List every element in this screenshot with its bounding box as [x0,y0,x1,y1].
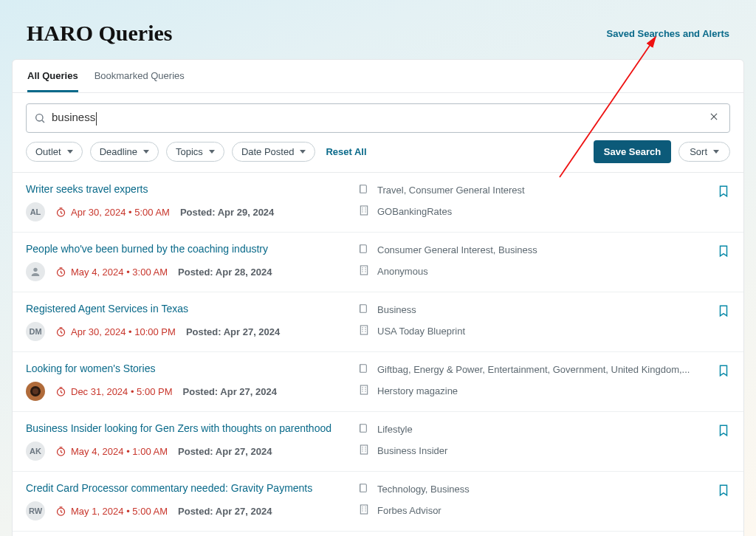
svg-rect-22 [360,266,367,275]
bookmark-button[interactable] [701,363,730,401]
svg-point-16 [33,268,37,272]
book-icon [358,303,370,317]
svg-line-19 [61,272,63,273]
book-icon [358,482,370,496]
bookmark-button[interactable] [701,303,730,341]
avatar: AK [26,441,45,461]
deadline: Apr 30, 2024 • 10:00 PM [55,326,176,337]
book-icon [358,243,370,257]
filter-outlet[interactable]: Outlet [26,142,83,162]
outlet: USA Today Blueprint [358,324,693,338]
svg-rect-34 [360,326,367,334]
query-title-link[interactable]: Registered Agent Services in Texas [26,303,351,315]
tab-bookmarked-queries[interactable]: Bookmarked Queries [94,70,185,92]
building-icon [358,205,370,219]
svg-point-0 [36,114,43,121]
building-icon [358,444,370,458]
book-icon [358,422,370,436]
posted-date: Posted: Apr 27, 2024 [183,386,277,397]
deadline: Dec 31, 2024 • 5:00 PM [55,386,173,397]
avatar [26,262,45,281]
query-row: People who've been burned by the coachin… [13,233,743,292]
posted-date: Posted: Apr 27, 2024 [178,446,272,457]
svg-line-6 [61,213,63,213]
query-row: Credit Card Processor commentary needed:… [13,472,743,532]
posted-date: Posted: Apr 29, 2024 [180,207,274,218]
book-icon [358,363,370,377]
search-field-wrap[interactable]: business [26,103,730,133]
outlet: GOBankingRates [358,205,693,219]
outlet: Herstory magazine [358,384,693,398]
query-title-link[interactable]: Credit Card Processor commentary needed:… [26,482,351,494]
query-row: Writer seeks travel expertsALApr 30, 202… [13,173,743,233]
deadline: Apr 30, 2024 • 5:00 AM [55,207,170,218]
chevron-down-icon [143,150,149,154]
chevron-down-icon [713,150,719,154]
search-input[interactable]: business [52,111,706,125]
search-icon [34,112,46,124]
query-row: Looking for women's StoriesDec 31, 2024 … [13,352,743,412]
svg-line-67 [61,512,63,512]
search-input-value: business [52,111,95,123]
topics: Business [358,303,693,317]
posted-date: Posted: Apr 27, 2024 [178,506,272,517]
building-icon [358,264,370,278]
query-row: Business Insider looking for Gen Zers wi… [13,412,743,472]
avatar: RW [26,501,45,520]
filter-deadline[interactable]: Deadline [90,142,159,162]
svg-rect-46 [360,385,367,394]
tabs: All Queries Bookmarked Queries [13,60,743,93]
query-list: Writer seeks travel expertsALApr 30, 202… [13,173,743,536]
avatar [26,382,45,401]
posted-date: Posted: Apr 27, 2024 [186,326,280,337]
building-icon [358,324,370,338]
outlet: Anonymous [358,264,693,278]
outlet: Forbes Advisor [358,504,693,518]
tab-all-queries[interactable]: All Queries [27,70,78,92]
page-title: HARO Queries [27,21,172,46]
query-title-link[interactable]: People who've been burned by the coachin… [26,243,351,255]
save-search-button[interactable]: Save Search [594,140,671,163]
svg-line-43 [61,392,63,393]
chevron-down-icon [67,150,73,154]
queries-panel: All Queries Bookmarked Queries business … [12,59,744,536]
saved-searches-link[interactable]: Saved Searches and Alerts [607,28,729,39]
topics: Travel, Consumer General Interest [358,183,693,197]
query-title-link[interactable]: Writer seeks travel experts [26,183,351,195]
filter-date-posted[interactable]: Date Posted [232,142,316,162]
posted-date: Posted: Apr 28, 2024 [178,267,272,278]
bookmark-button[interactable] [701,183,730,221]
book-icon [358,183,370,197]
svg-line-1 [42,120,44,123]
topics: Lifestyle [358,422,693,436]
svg-rect-9 [360,206,367,215]
topics: Technology, Business [358,482,693,496]
topics: Consumer General Interest, Business [358,243,693,257]
sort-button[interactable]: Sort [678,142,730,162]
bookmark-button[interactable] [701,422,730,461]
query-title-link[interactable]: Business Insider looking for Gen Zers wi… [26,422,351,434]
avatar: DM [26,322,45,341]
building-icon [358,504,370,518]
chevron-down-icon [300,150,306,154]
topics: Giftbag, Energy & Power, Entertainment, … [358,363,693,377]
chevron-down-icon [209,150,215,154]
bookmark-button[interactable] [701,482,730,520]
clear-search-button[interactable] [706,109,722,128]
bookmark-button[interactable] [701,243,730,281]
avatar: AL [26,202,45,221]
query-row: Registered Agent Services in TexasDMApr … [13,292,743,352]
filter-topics[interactable]: Topics [166,142,224,162]
reset-all-link[interactable]: Reset All [326,146,366,157]
deadline: May 4, 2024 • 1:00 AM [55,446,168,457]
svg-rect-58 [360,445,367,454]
deadline: May 1, 2024 • 5:00 AM [55,506,168,517]
deadline: May 4, 2024 • 3:00 AM [55,267,168,278]
svg-line-55 [61,452,63,453]
query-title-link[interactable]: Looking for women's Stories [26,363,351,374]
query-row: Accounting Software commentary needed: Z… [13,532,743,536]
svg-rect-70 [360,505,367,514]
building-icon [358,384,370,398]
svg-line-31 [61,332,63,333]
outlet: Business Insider [358,444,693,458]
